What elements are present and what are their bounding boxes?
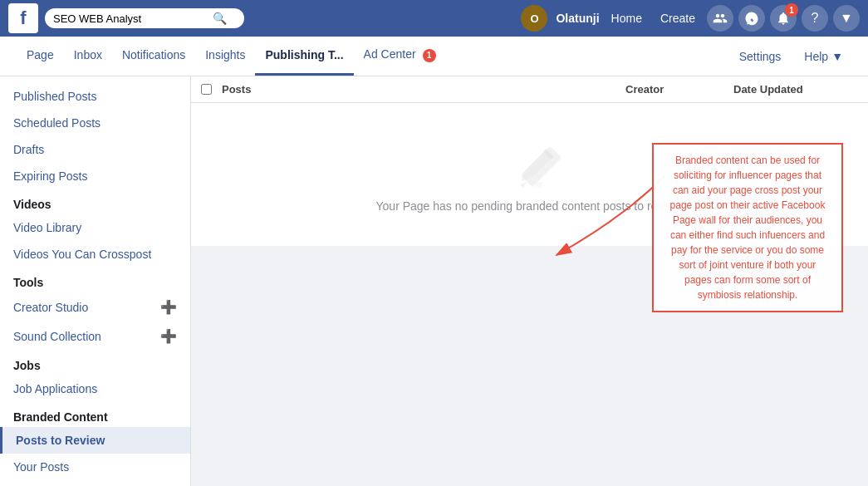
sidebar-scheduled-posts[interactable]: Scheduled Posts xyxy=(0,110,190,136)
more-icon-button[interactable]: ▼ xyxy=(833,5,860,32)
top-navigation: f 🔍 O Olatunji Home Create 1 ? ▼ xyxy=(0,0,868,37)
sidebar-posts-to-review[interactable]: Posts to Review xyxy=(0,427,190,454)
nav-right: O Olatunji Home Create 1 ? ▼ xyxy=(521,5,860,32)
help-icon-button[interactable]: ? xyxy=(802,5,828,32)
sidebar-videos-section: Videos xyxy=(0,189,190,214)
sidebar-expiring-posts[interactable]: Expiring Posts xyxy=(0,163,190,189)
subnav-page[interactable]: Page xyxy=(17,37,64,76)
notifications-icon-button[interactable]: 1 xyxy=(770,5,797,32)
messenger-icon-button[interactable] xyxy=(738,5,765,32)
settings-link[interactable]: Settings xyxy=(731,45,790,68)
sidebar: Published Posts Scheduled Posts Drafts E… xyxy=(0,76,191,486)
svg-marker-1 xyxy=(520,182,527,188)
search-bar[interactable]: 🔍 xyxy=(45,8,244,28)
avatar: O xyxy=(521,5,547,32)
people-icon-button[interactable] xyxy=(707,5,733,32)
pencil-icon xyxy=(505,136,555,186)
svg-rect-2 xyxy=(534,182,542,187)
sidebar-tools-section: Tools xyxy=(0,268,190,292)
sub-navigation: Page Inbox Notifications Insights Publis… xyxy=(0,37,868,76)
subnav-notifications[interactable]: Notifications xyxy=(112,37,195,76)
sidebar-drafts[interactable]: Drafts xyxy=(0,136,190,163)
home-button[interactable]: Home xyxy=(605,8,649,28)
sidebar-published-posts[interactable]: Published Posts xyxy=(0,83,190,110)
subnav-publishing[interactable]: Publishing T... xyxy=(255,37,353,76)
select-all-checkbox[interactable] xyxy=(201,84,212,95)
search-button[interactable]: 🔍 xyxy=(211,12,228,25)
sidebar-sound-collection[interactable]: Sound Collection ➕ xyxy=(0,322,190,351)
main-layout: Published Posts Scheduled Posts Drafts E… xyxy=(0,76,868,486)
notification-badge: 1 xyxy=(785,3,798,17)
sidebar-branded-section: Branded Content xyxy=(0,402,190,427)
table-header: Posts Creator Date Updated xyxy=(191,76,868,103)
sidebar-videos-crosspost[interactable]: Videos You Can Crosspost xyxy=(0,241,190,268)
sidebar-jobs-section: Jobs xyxy=(0,351,190,376)
col-posts-header: Posts xyxy=(222,83,625,96)
subnav-insights[interactable]: Insights xyxy=(195,37,255,76)
subnav-right: Settings Help ▼ xyxy=(731,45,851,68)
creator-studio-expand-icon: ➕ xyxy=(160,299,177,315)
sidebar-creator-studio[interactable]: Creator Studio ➕ xyxy=(0,292,190,322)
sidebar-video-library[interactable]: Video Library xyxy=(0,214,190,241)
facebook-logo: f xyxy=(8,3,38,33)
help-link[interactable]: Help ▼ xyxy=(796,45,851,68)
sound-collection-expand-icon: ➕ xyxy=(160,328,177,344)
create-button[interactable]: Create xyxy=(654,8,702,28)
annotation-box: Branded content can be used for soliciti… xyxy=(652,143,843,312)
col-creator-header: Creator xyxy=(625,83,733,96)
search-input[interactable] xyxy=(53,12,211,25)
username-label: Olatunji xyxy=(556,12,599,25)
content-area: Posts Creator Date Updated xyxy=(191,76,868,486)
adcenter-badge: 1 xyxy=(423,49,436,62)
sidebar-your-posts[interactable]: Your Posts xyxy=(0,454,190,480)
subnav-adcenter[interactable]: Ad Center 1 xyxy=(354,36,446,76)
col-date-header: Date Updated xyxy=(733,83,858,96)
annotation-text: Branded content can be used for soliciti… xyxy=(670,155,826,301)
sidebar-job-applications[interactable]: Job Applications xyxy=(0,376,190,402)
subnav-inbox[interactable]: Inbox xyxy=(64,37,112,76)
